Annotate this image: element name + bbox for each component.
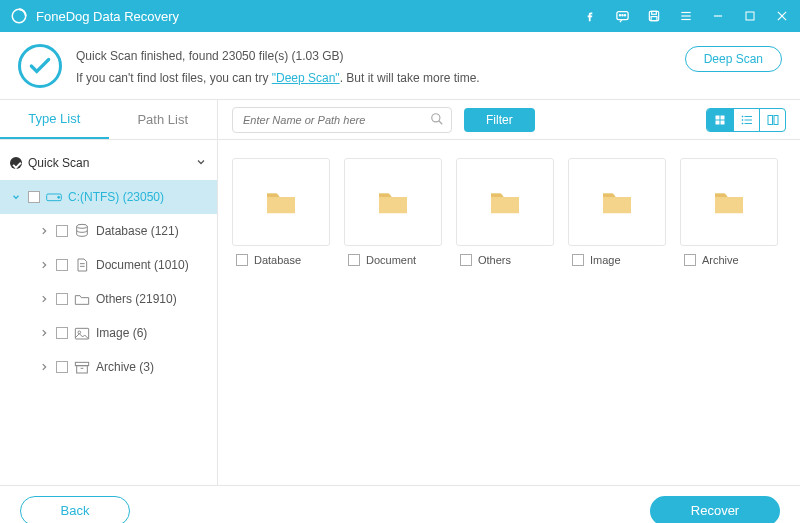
checkbox[interactable] [572, 254, 584, 266]
sidebar-tabs: Type List Path List [0, 100, 217, 140]
checkbox[interactable] [348, 254, 360, 266]
folder-thumb [680, 158, 778, 246]
checkbox[interactable] [56, 293, 68, 305]
svg-rect-12 [746, 12, 754, 20]
view-toggle [706, 108, 786, 132]
checkbox[interactable] [56, 259, 68, 271]
filter-button[interactable]: Filter [464, 108, 535, 132]
svg-point-16 [58, 196, 60, 198]
svg-point-25 [432, 113, 440, 121]
checkbox[interactable] [236, 254, 248, 266]
svg-line-26 [439, 120, 443, 124]
checkbox[interactable] [684, 254, 696, 266]
svg-rect-27 [716, 115, 720, 119]
feedback-icon[interactable] [614, 8, 630, 24]
svg-rect-29 [716, 120, 720, 124]
tab-path-list[interactable]: Path List [109, 100, 218, 139]
folder-label-text: Database [254, 254, 301, 266]
folder-thumb [232, 158, 330, 246]
search-box [232, 107, 452, 133]
checkbox[interactable] [28, 191, 40, 203]
folder-thumb [456, 158, 554, 246]
maximize-icon[interactable] [742, 8, 758, 24]
sidebar: Type List Path List Quick Scan C:(NTFS) … [0, 100, 218, 485]
tree-node-archive[interactable]: Archive (3) [0, 350, 217, 384]
folder-card-database[interactable]: Database [232, 158, 330, 266]
deep-scan-button[interactable]: Deep Scan [685, 46, 782, 72]
status-panel: Quick Scan finished, found 23050 file(s)… [0, 32, 800, 100]
image-icon [74, 326, 90, 340]
chevron-right-icon[interactable] [38, 294, 50, 304]
status-size: (1.03 GB) [291, 49, 343, 63]
folder-thumb [568, 158, 666, 246]
footer: Back Recover [0, 485, 800, 523]
facebook-icon[interactable] [582, 8, 598, 24]
tree-node-document[interactable]: Document (1010) [0, 248, 217, 282]
checkbox[interactable] [56, 327, 68, 339]
status-line1-mid: file(s) [255, 49, 291, 63]
svg-point-4 [624, 14, 625, 15]
svg-rect-38 [774, 115, 778, 124]
deep-scan-link[interactable]: "Deep Scan" [272, 71, 340, 85]
tree-node-others[interactable]: Others (21910) [0, 282, 217, 316]
folder-label-text: Image [590, 254, 621, 266]
view-list-button[interactable] [733, 109, 759, 131]
search-input[interactable] [232, 107, 452, 133]
svg-rect-37 [768, 115, 773, 124]
folder-card-archive[interactable]: Archive [680, 158, 778, 266]
app-logo-icon [10, 7, 28, 25]
svg-point-2 [619, 14, 620, 15]
svg-rect-6 [652, 11, 657, 14]
tree-label: Image (6) [96, 326, 147, 340]
search-icon[interactable] [430, 112, 444, 130]
tree-node-image[interactable]: Image (6) [0, 316, 217, 350]
view-preview-button[interactable] [759, 109, 785, 131]
menu-icon[interactable] [678, 8, 694, 24]
status-line2-prefix: If you can't find lost files, you can tr… [76, 71, 272, 85]
database-icon [74, 224, 90, 238]
chevron-right-icon[interactable] [38, 362, 50, 372]
chevron-down-icon[interactable] [10, 192, 22, 202]
tree-node-quick-scan[interactable]: Quick Scan [0, 146, 217, 180]
checkmark-icon [18, 44, 62, 88]
content-toolbar: Filter [218, 100, 800, 140]
folder-card-document[interactable]: Document [344, 158, 442, 266]
checkbox[interactable] [56, 225, 68, 237]
app-title: FoneDog Data Recovery [36, 9, 582, 24]
status-text: Quick Scan finished, found 23050 file(s)… [76, 44, 685, 89]
minimize-icon[interactable] [710, 8, 726, 24]
checkbox[interactable] [56, 361, 68, 373]
tree-node-drive[interactable]: C:(NTFS) (23050) [0, 180, 217, 214]
status-line1-prefix: Quick Scan finished, found [76, 49, 222, 63]
folder-thumb [344, 158, 442, 246]
folder-label-text: Document [366, 254, 416, 266]
main-area: Type List Path List Quick Scan C:(NTFS) … [0, 100, 800, 485]
chevron-right-icon[interactable] [38, 260, 50, 270]
svg-rect-30 [721, 120, 725, 124]
chevron-down-icon[interactable] [195, 155, 207, 171]
close-icon[interactable] [774, 8, 790, 24]
titlebar: FoneDog Data Recovery [0, 0, 800, 32]
svg-rect-23 [77, 365, 88, 372]
back-button[interactable]: Back [20, 496, 130, 523]
svg-point-17 [77, 225, 88, 229]
save-icon[interactable] [646, 8, 662, 24]
checkbox[interactable] [460, 254, 472, 266]
archive-icon [74, 360, 90, 374]
chevron-right-icon[interactable] [38, 226, 50, 236]
folder-card-image[interactable]: Image [568, 158, 666, 266]
tree-label: Document (1010) [96, 258, 189, 272]
svg-point-3 [621, 14, 622, 15]
tree-label: Archive (3) [96, 360, 154, 374]
status-line2-suffix: . But it will take more time. [340, 71, 480, 85]
tree-label: Others (21910) [96, 292, 177, 306]
view-grid-button[interactable] [707, 109, 733, 131]
folder-label-text: Archive [702, 254, 739, 266]
recover-button[interactable]: Recover [650, 496, 780, 523]
chevron-right-icon[interactable] [38, 328, 50, 338]
document-icon [74, 258, 90, 272]
tree-node-database[interactable]: Database (121) [0, 214, 217, 248]
folder-card-others[interactable]: Others [456, 158, 554, 266]
titlebar-actions [582, 8, 790, 24]
tab-type-list[interactable]: Type List [0, 100, 109, 139]
